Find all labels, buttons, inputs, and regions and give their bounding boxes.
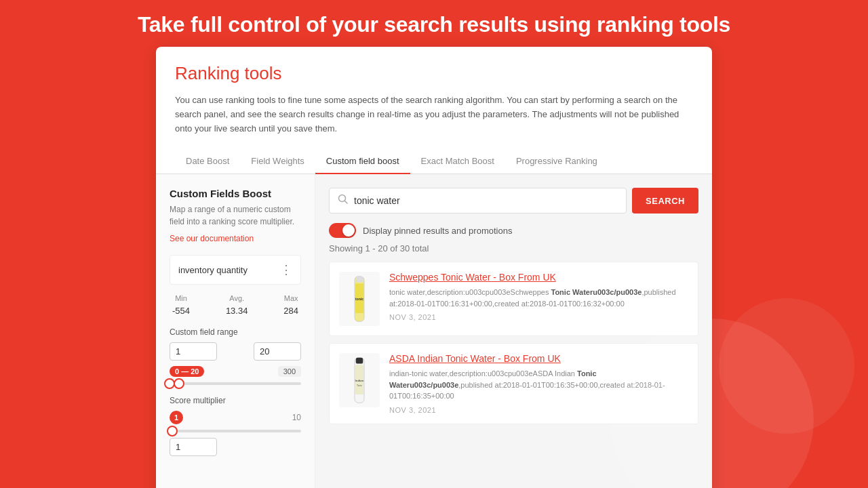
inventory-label: inventory quantity [178, 265, 248, 275]
range-slider-container: 0 — 20 300 [170, 366, 301, 385]
tab-exact-match-boost[interactable]: Exact Match Boost [410, 149, 505, 174]
results-count: Showing 1 - 20 of 30 total [329, 243, 698, 253]
score-labels: 1 10 [170, 411, 301, 424]
score-slider-container: 1 10 [170, 411, 301, 456]
result-image-2: Indian Tonic [339, 353, 380, 407]
toggle-thumb [342, 224, 355, 237]
range-min-input[interactable] [170, 342, 217, 361]
svg-line-1 [345, 201, 348, 204]
doc-link[interactable]: See our documentation [170, 234, 254, 243]
score-multiplier-label: Score multiplier [170, 396, 301, 405]
stat-min: Min -554 [172, 294, 190, 317]
svg-rect-7 [356, 358, 363, 364]
range-slider-track[interactable] [170, 382, 301, 385]
search-icon [338, 194, 349, 207]
slider-range-badge: 0 — 20 [170, 366, 204, 377]
stat-avg-value: 13.34 [226, 306, 248, 316]
card-header: Ranking tools You can use ranking tools … [156, 47, 712, 136]
card-description: You can use ranking tools to fine tune s… [175, 94, 693, 136]
tabs-bar: Date Boost Field Weights Custom field bo… [156, 149, 712, 174]
score-input[interactable] [170, 438, 217, 456]
result-content-1: Schweppes Tonic Water - Box From UK toni… [389, 272, 688, 326]
result-meta-1: tonic water,description:u003cpu003eSchwe… [389, 287, 688, 309]
card-title: Ranking tools [175, 63, 693, 84]
toggle-label: Display pinned results and promotions [363, 226, 512, 236]
search-input[interactable] [354, 188, 618, 213]
result-title-1[interactable]: Schweppes Tonic Water - Box From UK [389, 272, 688, 283]
toggle-row: Display pinned results and promotions [329, 223, 698, 238]
slider-max-badge: 300 [278, 366, 301, 377]
score-max: 10 [292, 413, 301, 422]
tab-custom-field-boost[interactable]: Custom field boost [315, 149, 410, 174]
stat-min-label: Min [172, 294, 190, 302]
range-inputs-wrapper [170, 342, 301, 361]
tab-progressive-ranking[interactable]: Progressive Ranking [505, 149, 608, 174]
inventory-menu-icon[interactable]: ⋮ [280, 262, 292, 277]
custom-field-range-label: Custom field range [170, 327, 301, 337]
inventory-header: inventory quantity ⋮ [170, 255, 301, 285]
panel-title: Custom Fields Boost [170, 188, 301, 199]
left-panel: Custom Fields Boost Map a range of a num… [156, 174, 315, 488]
svg-text:Indian: Indian [355, 379, 364, 382]
svg-rect-3 [356, 277, 363, 283]
result-date-1: NOV 3, 2021 [389, 313, 688, 321]
svg-text:tonic: tonic [355, 297, 364, 301]
score-thumb[interactable] [167, 426, 178, 436]
pinned-results-toggle[interactable] [329, 223, 356, 238]
stat-avg: Avg. 13.34 [226, 294, 248, 317]
score-badge: 1 [170, 411, 183, 424]
stat-avg-label: Avg. [226, 294, 248, 302]
result-card: tonic Schweppes Tonic Water - Box From U… [329, 262, 698, 336]
search-bar: SEARCH [329, 188, 698, 214]
slider-labels: 0 — 20 300 [170, 366, 301, 377]
stat-max-label: Max [283, 294, 298, 302]
search-button[interactable]: SEARCH [632, 188, 698, 214]
range-max-input[interactable] [254, 342, 301, 361]
tab-field-weights[interactable]: Field Weights [240, 149, 315, 174]
tab-date-boost[interactable]: Date Boost [175, 149, 240, 174]
slider-thumb-right[interactable] [174, 378, 184, 389]
page-header-title: Take full control of your search results… [0, 0, 868, 47]
search-input-wrapper [329, 188, 627, 214]
panel-description: Map a range of a numeric custom field in… [170, 203, 301, 228]
stats-row: Min -554 Avg. 13.34 Max 284 [170, 294, 301, 317]
score-slider-track[interactable] [170, 430, 301, 432]
stat-min-value: -554 [172, 306, 190, 316]
svg-text:Tonic: Tonic [357, 384, 362, 387]
stat-max-value: 284 [283, 306, 298, 316]
result-image-1: tonic [339, 272, 380, 326]
stat-max: Max 284 [283, 294, 298, 317]
